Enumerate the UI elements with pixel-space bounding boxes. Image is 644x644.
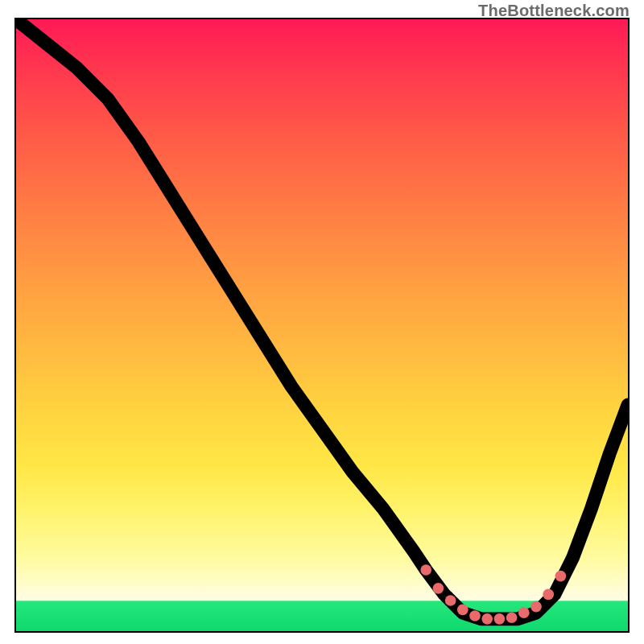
highlight-dot: [543, 589, 554, 601]
highlight-dot: [530, 601, 542, 613]
bottleneck-curve: [16, 19, 628, 619]
highlight-dot: [445, 595, 456, 606]
plot-area: [14, 18, 630, 633]
highlight-dot: [420, 564, 431, 576]
curve-layer: [16, 19, 628, 631]
highlight-dot: [457, 605, 469, 616]
highlight-dot: [506, 612, 518, 623]
highlight-dot: [433, 583, 444, 594]
highlight-dot: [555, 571, 567, 582]
highlight-dot: [518, 607, 530, 618]
highlight-dot: [469, 610, 481, 621]
highlight-dot: [481, 613, 493, 625]
chart-stage: TheBottleneck.com: [0, 0, 644, 644]
highlight-dot: [494, 613, 506, 625]
